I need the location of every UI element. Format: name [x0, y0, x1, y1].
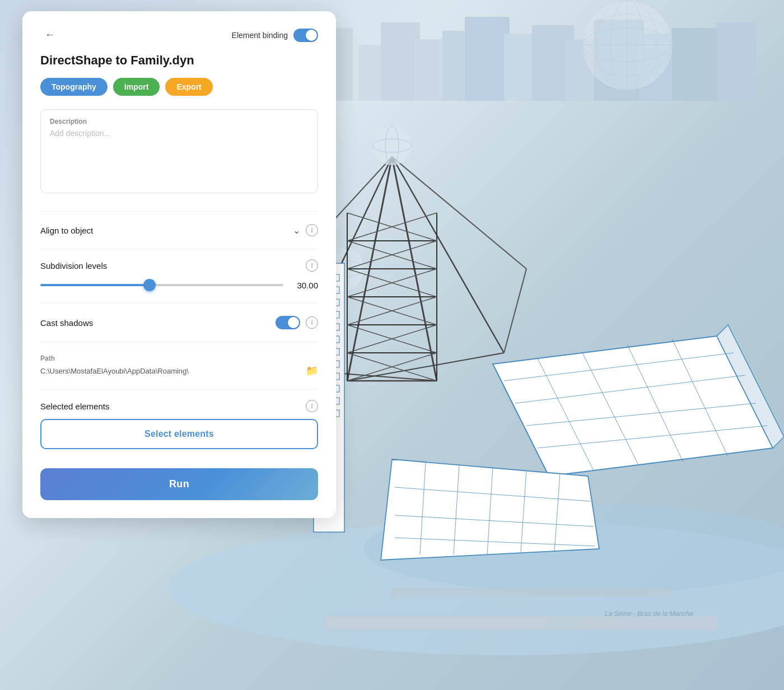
svg-rect-15: [717, 22, 756, 101]
align-to-object-label: Align to object: [40, 226, 93, 235]
subdivision-section: Subdivision levels i 30.00: [40, 254, 318, 299]
slider-thumb[interactable]: [143, 279, 156, 291]
subdivision-levels-label: Subdivision levels: [40, 261, 107, 271]
svg-rect-114: [392, 588, 672, 596]
panel-wrapper: ← Element binding DirectShape to Family.…: [22, 11, 336, 678]
cast-shadows-info-icon[interactable]: i: [306, 316, 318, 329]
cast-shadows-label: Cast shadows: [40, 318, 93, 328]
tab-export[interactable]: Export: [165, 78, 212, 96]
divider-4: [40, 342, 318, 342]
selected-elements-section: Selected elements i Select elements: [40, 394, 318, 457]
svg-line-40: [347, 353, 504, 381]
path-section: Path C:\Users\MostafaElAyoubi\AppData\Ro…: [40, 347, 318, 385]
tab-import[interactable]: Import: [113, 78, 160, 96]
selected-elements-label: Selected elements: [40, 402, 109, 411]
back-button[interactable]: ←: [40, 27, 59, 43]
svg-rect-7: [442, 31, 468, 101]
slider-row: 30.00: [40, 279, 318, 291]
header-row: ← Element binding: [40, 27, 318, 43]
svg-rect-14: [672, 28, 717, 101]
select-elements-button[interactable]: Select elements: [40, 419, 318, 449]
svg-rect-113: [325, 616, 717, 630]
svg-line-62: [392, 157, 526, 269]
divider-5: [40, 389, 318, 390]
svg-line-64: [504, 269, 526, 353]
cast-shadows-controls: i: [276, 316, 318, 329]
svg-rect-5: [381, 22, 420, 101]
description-box[interactable]: Description Add description...: [40, 109, 318, 193]
tab-row: Topography Import Export: [40, 78, 318, 96]
path-text: C:\Users\MostafaElAyoubi\AppData\Roaming…: [40, 367, 301, 375]
svg-rect-6: [414, 39, 445, 101]
selected-elements-info-icon[interactable]: i: [306, 400, 318, 412]
slider-value: 30.00: [291, 281, 318, 290]
slider-container[interactable]: [40, 279, 283, 291]
subdivision-info-icon[interactable]: i: [306, 259, 318, 272]
run-button[interactable]: Run: [40, 468, 318, 500]
align-to-object-info-icon[interactable]: i: [306, 224, 318, 236]
divider-2: [40, 249, 318, 249]
panel-title: DirectShape to Family.dyn: [40, 53, 318, 68]
divider-1: [40, 211, 318, 212]
tab-topography[interactable]: Topography: [40, 78, 108, 96]
chevron-down-icon[interactable]: ⌄: [293, 225, 300, 236]
panel: ← Element binding DirectShape to Family.…: [22, 11, 336, 518]
path-row: C:\Users\MostafaElAyoubi\AppData\Roaming…: [40, 365, 318, 377]
svg-rect-8: [465, 17, 510, 101]
align-to-object-controls: ⌄ i: [293, 224, 318, 236]
subdivision-header: Subdivision levels i: [40, 259, 318, 272]
cast-shadows-toggle[interactable]: [276, 316, 300, 329]
cast-shadows-row: Cast shadows i: [40, 308, 318, 337]
svg-line-38: [392, 157, 504, 353]
element-binding-row: Element binding: [232, 29, 318, 42]
svg-point-66: [372, 126, 412, 165]
path-label: Path: [40, 355, 318, 362]
description-label: Description: [50, 118, 309, 125]
slider-track: [40, 284, 283, 286]
align-to-object-row: Align to object ⌄ i: [40, 216, 318, 244]
divider-3: [40, 303, 318, 304]
selected-elements-header: Selected elements i: [40, 400, 318, 412]
element-binding-toggle[interactable]: [293, 29, 318, 42]
svg-text:La Seine - Bras de la Manche: La Seine - Bras de la Manche: [605, 610, 693, 618]
folder-icon[interactable]: 📁: [306, 365, 318, 377]
element-binding-label: Element binding: [232, 31, 288, 40]
description-placeholder: Add description...: [50, 129, 309, 185]
